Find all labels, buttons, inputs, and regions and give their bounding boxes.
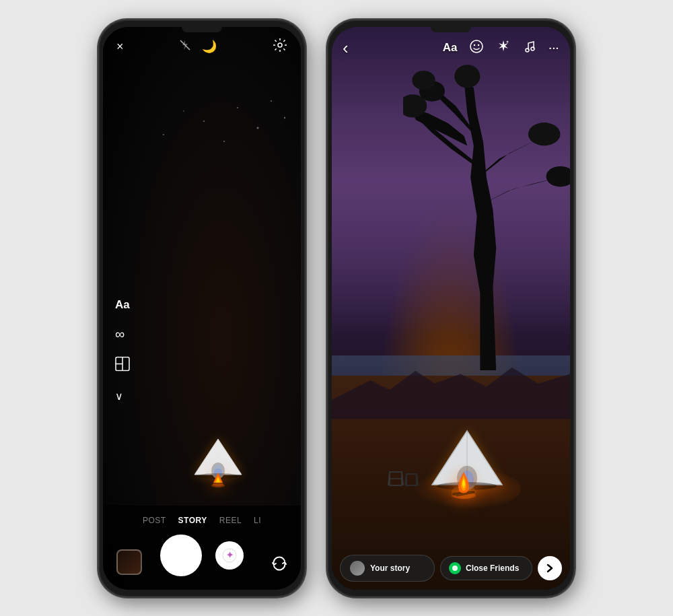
svg-text:✦: ✦: [226, 550, 234, 560]
your-story-label: Your story: [370, 563, 410, 573]
tent-scene: [191, 436, 245, 482]
night-mode-icon[interactable]: 🌙: [202, 39, 217, 54]
svg-point-4: [203, 121, 205, 122]
live-mode[interactable]: LI: [254, 516, 261, 525]
svg-point-50: [478, 44, 479, 45]
svg-rect-35: [406, 474, 417, 485]
svg-point-17: [213, 482, 223, 486]
left-toolbar: Aa ∞ ∨: [115, 298, 130, 402]
create-remix-button[interactable]: ✦: [215, 541, 244, 570]
svg-point-5: [284, 116, 285, 118]
back-button[interactable]: ‹: [343, 38, 349, 59]
svg-point-7: [163, 134, 164, 135]
right-tent-scene: [427, 425, 507, 495]
green-circle-icon: [449, 562, 461, 574]
music-tool[interactable]: [523, 40, 536, 57]
your-story-button[interactable]: Your story: [340, 555, 435, 582]
svg-point-1: [257, 127, 259, 129]
camera-modes: POST STORY REEL LI: [103, 516, 301, 525]
svg-point-3: [271, 100, 272, 102]
close-friends-label: Close Friends: [466, 563, 519, 573]
notch: [182, 27, 222, 32]
more-options-icon[interactable]: ∨: [115, 389, 130, 402]
svg-point-48: [470, 40, 483, 53]
svg-point-52: [526, 48, 529, 52]
right-notch: [431, 27, 471, 32]
gallery-thumbnail[interactable]: [116, 549, 142, 575]
reel-mode[interactable]: REEL: [219, 516, 242, 525]
svg-point-2: [223, 141, 225, 142]
text-tool-right[interactable]: Aa: [443, 41, 458, 55]
story-screen: ‹ Aa: [332, 27, 570, 590]
effects-tool[interactable]: [496, 39, 511, 57]
svg-point-53: [531, 47, 534, 50]
campfire-svg: [208, 471, 228, 487]
tree-silhouette: [403, 27, 570, 392]
story-mode[interactable]: STORY: [178, 516, 207, 525]
sticker-tool[interactable]: [469, 39, 484, 57]
svg-point-54: [452, 566, 458, 571]
story-bottom-bar: Your story Close Friends: [340, 555, 562, 582]
top-bar-tools: Aa: [443, 39, 559, 57]
settings-icon[interactable]: [273, 38, 287, 56]
shutter-button[interactable]: [160, 535, 202, 576]
svg-point-29: [546, 166, 570, 186]
svg-point-27: [413, 70, 435, 90]
svg-point-49: [474, 44, 475, 45]
story-top-bar: ‹ Aa: [332, 27, 570, 65]
layout-tool[interactable]: [115, 356, 130, 374]
svg-point-6: [183, 110, 184, 112]
close-button[interactable]: ×: [116, 40, 124, 54]
next-button[interactable]: [538, 556, 562, 580]
more-options-right[interactable]: ···: [548, 42, 559, 54]
post-mode[interactable]: POST: [143, 516, 166, 525]
left-phone: × 🌙 Aa ∞: [98, 19, 306, 598]
right-campfire-svg: [447, 469, 481, 499]
svg-point-30: [454, 65, 480, 88]
svg-point-19: [278, 43, 282, 47]
camera-screen: × 🌙 Aa ∞: [103, 27, 301, 590]
flash-icon[interactable]: [179, 39, 191, 54]
boomerang-tool[interactable]: ∞: [115, 326, 130, 341]
camera-controls: ✦: [103, 535, 301, 576]
camera-bottom: POST STORY REEL LI ✦: [103, 506, 301, 590]
user-avatar: [350, 561, 365, 576]
text-tool[interactable]: Aa: [115, 298, 130, 311]
close-friends-button[interactable]: Close Friends: [440, 556, 532, 580]
svg-point-47: [452, 485, 476, 499]
flip-camera-button[interactable]: [271, 555, 287, 575]
svg-point-28: [528, 123, 561, 145]
svg-point-0: [237, 107, 238, 108]
right-phone: ‹ Aa: [326, 19, 575, 598]
svg-point-51: [507, 40, 509, 42]
stars: [103, 81, 301, 215]
chairs-svg: [386, 462, 423, 495]
